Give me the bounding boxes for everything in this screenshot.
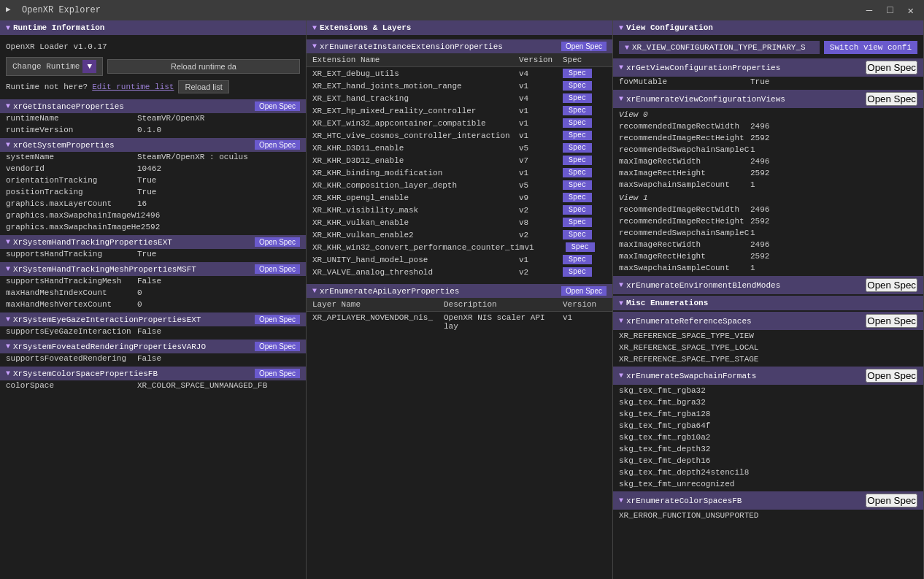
extension-spec-col: Spec (563, 81, 607, 91)
section-header-XrSystemEyeGazeInteractionPropertiesEXT[interactable]: ▼ XrSystemEyeGazeInteractionPropertiesEX… (0, 312, 306, 326)
section-header-left: ▼ XrSystemColorSpacePropertiesFB (6, 369, 158, 378)
color-spaces-fb-header[interactable]: ▼ xrEnumerateColorSpacesFB Open Spec (613, 491, 923, 510)
prop-row: runtimeName SteamVR/OpenXR (0, 113, 306, 125)
open-spec-button[interactable]: Open Spec (255, 315, 300, 324)
section-collapse-icon: ▼ (6, 238, 10, 246)
spec-button[interactable]: Spec (563, 143, 592, 153)
section-header-XrSystemFoveatedRenderingPropertiesVARJO[interactable]: ▼ XrSystemFoveatedRenderingPropertiesVAR… (0, 340, 306, 353)
section-title: xrGetSystemProperties (13, 141, 115, 150)
prop-row: positionTracking True (0, 187, 306, 199)
spec-button[interactable]: Spec (563, 218, 592, 227)
open-spec-button[interactable]: Open Spec (255, 264, 300, 274)
layer-col-ver-header: Version (563, 300, 607, 309)
layer-open-spec-button[interactable]: Open Spec (561, 286, 607, 296)
color-spaces-fb-open-spec[interactable]: Open Spec (866, 494, 917, 507)
section-header-XrSystemHandTrackingPropertiesEXT[interactable]: ▼ XrSystemHandTrackingPropertiesEXT Open… (0, 235, 306, 249)
enumerate-views-open-spec[interactable]: Open Spec (866, 92, 917, 106)
open-spec-button[interactable]: Open Spec (255, 237, 300, 247)
blend-modes-title: xrEnumerateEnvironmentBlendModes (626, 281, 780, 290)
spec-button[interactable]: Spec (563, 118, 592, 128)
minimize-button[interactable]: — (862, 3, 877, 18)
extension-version: v1 (519, 82, 563, 91)
extension-spec-col: Spec (563, 106, 607, 115)
spec-button[interactable]: Spec (563, 106, 592, 115)
right-panel-collapse-icon[interactable]: ▼ (619, 24, 623, 32)
ext-open-spec-button[interactable]: Open Spec (561, 42, 607, 51)
prop-row: maxImageRectWidth 2496 (613, 156, 923, 168)
spec-button[interactable]: Spec (563, 193, 592, 202)
middle-panel-collapse-icon[interactable]: ▼ (312, 24, 317, 32)
ext-section-header-left: ▼ xrEnumerateInstanceExtensionProperties (312, 42, 503, 51)
extension-name: XR_EXT_hand_tracking (312, 94, 519, 103)
layer-table-header: Layer Name Description Version (307, 298, 612, 312)
misc-enum-collapse-icon[interactable]: ▼ (619, 299, 623, 307)
dropdown-arrow-icon[interactable]: ▼ (82, 60, 96, 73)
open-spec-button[interactable]: Open Spec (255, 101, 300, 111)
swapchain-formats-open-spec[interactable]: Open Spec (866, 369, 917, 383)
spec-button[interactable]: Spec (563, 131, 592, 140)
prop-key: supportsHandTrackingMesh (6, 277, 137, 287)
section-header-xrGetInstanceProperties[interactable]: ▼ xrGetInstanceProperties Open Spec (0, 99, 306, 113)
prop-value: 2592 (750, 134, 769, 144)
spec-button[interactable]: Spec (563, 93, 592, 103)
get-view-config-header[interactable]: ▼ xrGetViewConfigurationProperties Open … (613, 58, 923, 77)
ref-spaces-open-spec[interactable]: Open Spec (866, 314, 917, 328)
prop-row: recommendedSwapchainSampleC 1 (613, 145, 923, 156)
ext-section-header[interactable]: ▼ xrEnumerateInstanceExtensionProperties… (307, 39, 612, 53)
spec-button[interactable]: Spec (563, 180, 592, 190)
spec-button[interactable]: Spec (563, 81, 592, 91)
view-config-dropdown-label: XR_VIEW_CONFIGURATION_TYPE_PRIMARY_S (632, 43, 806, 52)
section-header-xrGetSystemProperties[interactable]: ▼ xrGetSystemProperties Open Spec (0, 138, 306, 152)
section-header-left: ▼ XrSystemHandTrackingMeshPropertiesMSFT (6, 265, 196, 274)
color-spaces-fb-collapse-icon: ▼ (619, 496, 623, 505)
spec-button[interactable]: Spec (563, 255, 592, 264)
section-header-XrSystemHandTrackingMeshPropertiesMSFT[interactable]: ▼ XrSystemHandTrackingMeshPropertiesMSFT… (0, 262, 306, 276)
extension-spec-col: Spec (563, 143, 607, 153)
enum-list-item: XR_REFERENCE_SPACE_TYPE_VIEW (613, 330, 923, 342)
enumerate-views-header[interactable]: ▼ xrEnumerateViewConfigurationViews Open… (613, 90, 923, 108)
left-panel-collapse-icon[interactable]: ▼ (6, 24, 10, 32)
prop-value: 2496 (750, 157, 769, 167)
extension-version: v2 (519, 231, 563, 239)
layer-section-header[interactable]: ▼ xrEnumerateApiLayerProperties Open Spe… (307, 284, 612, 298)
maximize-button[interactable]: □ (882, 3, 897, 18)
view-config-dropdown[interactable]: ▼ XR_VIEW_CONFIGURATION_TYPE_PRIMARY_S (619, 41, 820, 54)
swapchain-formats-header[interactable]: ▼ xrEnumerateSwapchainFormats Open Spec (613, 367, 923, 385)
right-panel: ▼ View Configuration ▼ XR_VIEW_CONFIGURA… (613, 20, 924, 579)
prop-value: 2496 (750, 205, 769, 215)
blend-modes-header[interactable]: ▼ xrEnumerateEnvironmentBlendModes Open … (613, 276, 923, 294)
open-spec-button[interactable]: Open Spec (255, 369, 300, 378)
prop-value: XR_COLOR_SPACE_UNMANAGED_FB (137, 381, 267, 391)
switch-view-config-button[interactable]: Switch view confi (824, 41, 917, 54)
spec-button[interactable]: Spec (563, 230, 592, 239)
prop-row: supportsHandTrackingMesh False (0, 276, 306, 288)
prop-row: orientationTracking True (0, 175, 306, 187)
close-button[interactable]: ✕ (904, 3, 918, 18)
spec-button[interactable]: Spec (563, 205, 592, 215)
extension-name: XR_KHR_D3D12_enable (312, 156, 519, 165)
change-runtime-dropdown[interactable]: Change Runtime ▼ (6, 57, 103, 76)
spec-button[interactable]: Spec (566, 242, 595, 252)
spec-button[interactable]: Spec (563, 267, 592, 277)
loader-version: OpenXR Loader v1.0.17 (0, 38, 306, 54)
prop-value: 2592 (750, 252, 769, 262)
prop-key: maxHandMeshVertexCount (6, 300, 137, 310)
open-spec-button[interactable]: Open Spec (255, 342, 300, 351)
spec-button[interactable]: Spec (563, 156, 592, 165)
prop-row: colorSpace XR_COLOR_SPACE_UNMANAGED_FB (0, 380, 306, 392)
blend-modes-open-spec[interactable]: Open Spec (866, 278, 917, 292)
spec-button[interactable]: Spec (563, 168, 592, 177)
extension-version: v7 (519, 156, 563, 165)
spec-button[interactable]: Spec (563, 69, 592, 78)
edit-runtime-list-link[interactable]: Edit runtime list (92, 83, 174, 91)
extension-row: XR_KHR_vulkan_enable v8 Spec (307, 216, 612, 229)
reload-runtime-button[interactable]: Reload runtime da (107, 59, 300, 74)
ref-spaces-header[interactable]: ▼ xrEnumerateReferenceSpaces Open Spec (613, 312, 923, 330)
ref-spaces-collapse-icon: ▼ (619, 317, 623, 325)
prop-key: maxImageRectHeight (619, 169, 750, 179)
get-view-config-open-spec[interactable]: Open Spec (866, 61, 917, 74)
prop-key: positionTracking (6, 188, 137, 198)
section-header-XrSystemColorSpacePropertiesFB[interactable]: ▼ XrSystemColorSpacePropertiesFB Open Sp… (0, 367, 306, 380)
reload-list-button[interactable]: Reload list (178, 80, 228, 93)
open-spec-button[interactable]: Open Spec (255, 140, 300, 150)
